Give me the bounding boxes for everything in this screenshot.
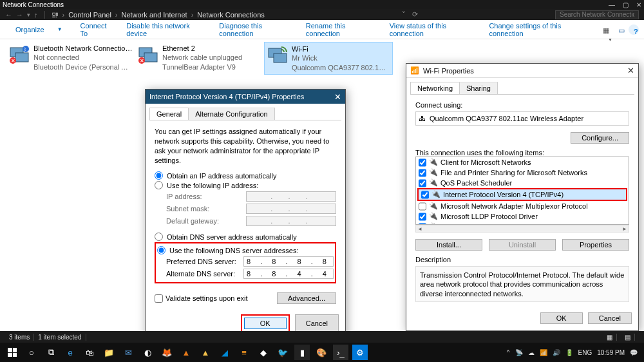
store-icon[interactable]: 🛍 bbox=[82, 345, 97, 360]
connection-bluetooth[interactable]: ✕ᛒ Bluetooth Network Connection 2 Not co… bbox=[6, 42, 135, 75]
search-input[interactable] bbox=[555, 10, 639, 19]
forward-icon[interactable]: → bbox=[16, 11, 23, 19]
uninstall-button: Uninstall bbox=[489, 239, 556, 251]
vlc-icon[interactable]: ▲ bbox=[178, 345, 194, 360]
breadcrumb-3[interactable]: Network Connections bbox=[197, 11, 265, 19]
close-icon[interactable]: ✕ bbox=[636, 1, 641, 8]
taskview-button[interactable]: ⧉ bbox=[43, 345, 59, 360]
list-item[interactable]: 🔌Microsoft LLDP Protocol Driver bbox=[416, 211, 629, 222]
cortana-button[interactable]: ○ bbox=[24, 345, 39, 360]
view-icon[interactable]: ▦ ▼ bbox=[598, 24, 608, 35]
app-icon[interactable]: ▲ bbox=[198, 345, 213, 360]
view-details-icon[interactable]: ▦ bbox=[603, 334, 617, 341]
properties-button[interactable]: Properties bbox=[562, 239, 629, 251]
tray-onedrive-icon[interactable]: ☁ bbox=[528, 349, 535, 356]
minimize-icon[interactable]: — bbox=[609, 1, 615, 8]
address-bar: ← → ▾ ↑ 🖳 › Control Panel › Network and … bbox=[0, 9, 644, 20]
control-panel-icon[interactable]: ⚙ bbox=[352, 345, 368, 360]
radio-ip-manual[interactable] bbox=[155, 181, 163, 189]
dialog-title: Wi-Fi Properties bbox=[423, 67, 474, 75]
configure-button[interactable]: Configure... bbox=[571, 132, 629, 144]
list-item[interactable]: 🔌Client for Microsoft Networks bbox=[416, 157, 629, 167]
preferred-dns-field[interactable] bbox=[243, 256, 334, 267]
disable-cmd[interactable]: Disable this network device bbox=[121, 20, 211, 39]
list-item[interactable]: 🔌Microsoft Network Adapter Multiplexor P… bbox=[416, 201, 629, 211]
advanced-button[interactable]: Advanced... bbox=[277, 292, 336, 304]
svg-text:✕: ✕ bbox=[140, 58, 144, 64]
svg-text:ᛒ: ᛒ bbox=[24, 47, 26, 52]
firefox-icon[interactable]: 🦊 bbox=[159, 345, 175, 360]
cmd-icon[interactable]: ▮ bbox=[294, 345, 310, 360]
app-icon[interactable]: 🐦 bbox=[275, 345, 290, 360]
mail-icon[interactable]: ✉ bbox=[120, 345, 136, 360]
list-item[interactable]: 🔌QoS Packet Scheduler bbox=[416, 178, 629, 188]
edge-icon[interactable]: e bbox=[62, 345, 78, 360]
tray-clock[interactable]: 10:59 PM bbox=[597, 349, 625, 356]
view-status-cmd[interactable]: View status of this connection bbox=[384, 20, 482, 39]
connection-name: Wi-Fi bbox=[292, 44, 390, 53]
breadcrumb-2[interactable]: Network and Internet bbox=[122, 11, 187, 19]
connection-ethernet[interactable]: ✕ Ethernet 2 Network cable unplugged Tun… bbox=[135, 42, 264, 75]
tray-battery-icon[interactable]: 🔋 bbox=[565, 349, 573, 356]
connect-to-cmd[interactable]: Connect To bbox=[75, 20, 119, 39]
components-list[interactable]: 🔌Client for Microsoft Networks 🔌File and… bbox=[415, 157, 629, 225]
radio-dns-auto[interactable] bbox=[155, 233, 163, 241]
close-icon[interactable]: ✕ bbox=[627, 66, 634, 75]
list-item[interactable]: 🔌File and Printer Sharing for Microsoft … bbox=[416, 167, 629, 178]
window-title: Network Connections bbox=[3, 1, 64, 8]
maximize-icon[interactable]: ▢ bbox=[623, 1, 629, 8]
tray-up-icon[interactable]: ^ bbox=[507, 349, 510, 356]
tray-network-icon[interactable]: 📡 bbox=[515, 349, 523, 356]
close-icon[interactable]: ✕ bbox=[334, 92, 341, 102]
recent-icon[interactable]: ▾ bbox=[27, 12, 30, 18]
up-icon[interactable]: ↑ bbox=[34, 11, 38, 19]
refresh-icon[interactable]: ⟳ bbox=[412, 10, 418, 19]
diagnose-cmd[interactable]: Diagnose this connection bbox=[214, 20, 298, 39]
change-settings-cmd[interactable]: Change settings of this connection bbox=[484, 20, 595, 39]
tray-wifi-icon[interactable]: 📶 bbox=[540, 349, 547, 356]
breadcrumb-1[interactable]: Control Panel bbox=[68, 11, 111, 19]
back-icon[interactable]: ← bbox=[5, 11, 12, 19]
tab-alternate[interactable]: Alternate Configuration bbox=[188, 108, 275, 120]
gateway-field bbox=[246, 216, 336, 226]
connection-device: Qualcomm QCA9377 802.11ac W... bbox=[292, 63, 390, 72]
start-button[interactable] bbox=[5, 345, 20, 360]
validate-checkbox[interactable] bbox=[155, 294, 163, 303]
tab-sharing[interactable]: Sharing bbox=[459, 82, 498, 94]
app-icon[interactable]: ◆ bbox=[256, 345, 271, 360]
horizontal-scrollbar[interactable]: ◄► bbox=[415, 225, 629, 233]
sublime-icon[interactable]: ≡ bbox=[236, 345, 252, 360]
svg-rect-11 bbox=[274, 53, 287, 62]
organize-menu[interactable]: Organize▼ bbox=[5, 22, 73, 37]
rename-cmd[interactable]: Rename this connection bbox=[301, 20, 382, 39]
drop-icon[interactable]: ˅ bbox=[402, 10, 406, 19]
explorer-icon[interactable]: 📁 bbox=[101, 345, 117, 360]
terminal-icon[interactable]: ›_ bbox=[333, 345, 348, 360]
help-icon[interactable]: ? bbox=[629, 24, 639, 35]
connection-wifi[interactable]: Wi-Fi Mr Wick Qualcomm QCA9377 802.11ac … bbox=[264, 42, 393, 75]
list-item-selected[interactable]: 🔌Internet Protocol Version 4 (TCP/IPv4) bbox=[419, 189, 626, 200]
ok-button[interactable]: OK bbox=[244, 318, 287, 329]
connection-status: Network cable unplugged bbox=[162, 53, 242, 62]
cancel-button[interactable]: Cancel bbox=[295, 314, 339, 332]
tab-general[interactable]: General bbox=[149, 108, 189, 120]
adapter-icon: 🖧 bbox=[419, 115, 426, 122]
tray-notifications-icon[interactable]: 💬 bbox=[630, 349, 638, 356]
chrome-icon[interactable]: ◐ bbox=[140, 345, 155, 360]
alternate-dns-field[interactable] bbox=[243, 269, 334, 279]
ok-button[interactable]: OK bbox=[540, 312, 583, 324]
window-titlebar: Network Connections — ▢ ✕ bbox=[0, 0, 644, 9]
paint-icon[interactable]: 🎨 bbox=[314, 345, 329, 360]
taskbar: ○ ⧉ e 🛍 📁 ✉ ◐ 🦊 ▲ ▲ ◢ ≡ ◆ 🐦 ▮ 🎨 ›_ ⚙ ^ 📡… bbox=[0, 343, 644, 362]
tab-networking[interactable]: Networking bbox=[410, 82, 460, 94]
view-tiles-icon[interactable]: ▤ bbox=[621, 334, 635, 341]
preview-icon[interactable]: ▭ bbox=[613, 24, 623, 35]
tray-lang[interactable]: ENG bbox=[578, 349, 592, 356]
cancel-button[interactable]: Cancel bbox=[588, 312, 632, 324]
radio-ip-auto[interactable] bbox=[155, 171, 163, 180]
radio-dns-manual[interactable] bbox=[157, 246, 166, 254]
install-button[interactable]: Install... bbox=[415, 239, 482, 251]
connection-device: Bluetooth Device (Personal Area ... bbox=[33, 62, 133, 71]
azure-icon[interactable]: ◢ bbox=[217, 345, 232, 360]
tray-volume-icon[interactable]: 🔊 bbox=[553, 349, 560, 356]
